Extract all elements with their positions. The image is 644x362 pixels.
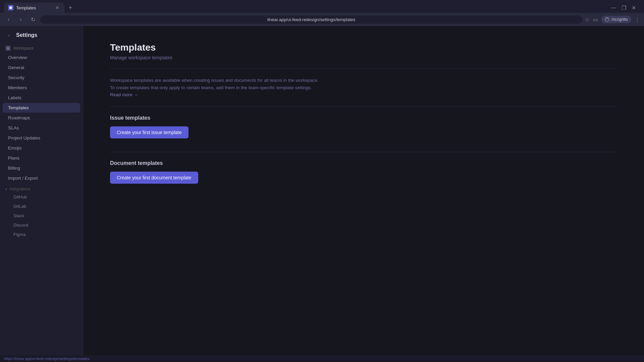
sidebar-header: ‹ Settings <box>0 26 83 43</box>
forward-button[interactable]: › <box>16 15 25 24</box>
address-bar-row: ‹ › ↻ ☆ ▭ Incognito ⋮ <box>0 13 644 26</box>
workspace-section: Workspace Overview General Security Memb… <box>0 43 83 183</box>
sidebar-item-billing[interactable]: Billing <box>3 163 80 173</box>
active-tab[interactable]: Templates ✕ <box>4 3 64 13</box>
close-icon[interactable]: ✕ <box>632 5 636 11</box>
sidebar-item-members[interactable]: Members <box>3 83 80 93</box>
sidebar: ‹ Settings Workspace Overview General Se… <box>0 26 83 355</box>
tab-title: Templates <box>16 5 36 10</box>
sidebar-back-button[interactable]: ‹ <box>5 32 13 39</box>
svg-rect-3 <box>7 48 9 49</box>
minimize-icon[interactable]: — <box>611 5 616 11</box>
sidebar-item-slas[interactable]: SLAs <box>3 123 80 133</box>
workspace-label: Workspace <box>13 46 34 51</box>
sidebar-icon[interactable]: ▭ <box>593 16 598 23</box>
integrations-section: ▾ Integrations GitHub GitLab Slack Disco… <box>0 185 83 239</box>
incognito-label: Incognito <box>611 17 628 22</box>
sidebar-item-github[interactable]: GitHub <box>3 192 80 201</box>
document-templates-section: Document templates Create your first doc… <box>110 160 617 184</box>
app-container: ‹ Settings Workspace Overview General Se… <box>0 26 644 355</box>
sidebar-item-slack[interactable]: Slack <box>3 211 80 220</box>
sidebar-item-labels[interactable]: Labels <box>3 93 80 103</box>
svg-point-1 <box>605 17 609 21</box>
integrations-label: Integrations <box>10 187 31 191</box>
read-more-link[interactable]: Read more → <box>110 91 138 99</box>
integrations-subsection[interactable]: ▾ Integrations <box>0 185 83 192</box>
tab-bar: Templates ✕ + — ❐ ✕ <box>0 0 644 13</box>
new-tab-button[interactable]: + <box>66 3 75 12</box>
sidebar-title: Settings <box>16 32 37 38</box>
restore-icon[interactable]: ❐ <box>622 5 626 11</box>
divider-top <box>110 68 617 69</box>
sidebar-item-figma[interactable]: Figma <box>3 230 80 239</box>
sidebar-item-gitlab[interactable]: GitLab <box>3 202 80 211</box>
sidebar-item-import-export[interactable]: Import / Export <box>3 173 80 183</box>
status-bar: https://linear.app/ui-feed-redesign/sett… <box>0 355 644 362</box>
status-url: https://linear.app/ui-feed-redesign/sett… <box>4 357 90 361</box>
main-content: Templates Manage workspace templates Wor… <box>83 26 644 355</box>
sidebar-item-templates[interactable]: Templates <box>3 103 80 113</box>
reload-button[interactable]: ↻ <box>28 15 38 24</box>
sidebar-item-plans[interactable]: Plans <box>3 153 80 163</box>
divider-issue <box>110 107 617 107</box>
svg-point-0 <box>9 6 12 9</box>
browser-chrome: Templates ✕ + — ❐ ✕ ‹ › ↻ ☆ ▭ Incognito … <box>0 0 644 26</box>
issue-templates-section: Issue templates Create your first issue … <box>110 115 617 138</box>
back-button[interactable]: ‹ <box>4 15 13 24</box>
info-line2: To create templates that only apply to c… <box>110 85 312 90</box>
menu-icon[interactable]: ⋮ <box>635 16 640 23</box>
incognito-button[interactable]: Incognito <box>601 16 631 23</box>
document-templates-heading: Document templates <box>110 160 617 166</box>
tab-favicon <box>8 5 13 10</box>
sidebar-item-overview[interactable]: Overview <box>3 53 80 62</box>
create-document-template-button[interactable]: Create your first document template <box>110 172 198 184</box>
sidebar-item-discord[interactable]: Discord <box>3 221 80 230</box>
address-input[interactable] <box>40 15 582 24</box>
workspace-section-label: Workspace <box>0 43 83 52</box>
create-issue-template-button[interactable]: Create your first issue template <box>110 126 189 138</box>
sidebar-item-general[interactable]: General <box>3 63 80 72</box>
divider-document <box>110 152 617 152</box>
sidebar-item-security[interactable]: Security <box>3 73 80 82</box>
tab-close-button[interactable]: ✕ <box>54 5 60 11</box>
sidebar-item-emojis[interactable]: Emojis <box>3 143 80 153</box>
issue-templates-heading: Issue templates <box>110 115 617 121</box>
info-line1: Workspace templates are available when c… <box>110 78 319 83</box>
window-controls: — ❐ ✕ <box>611 5 640 11</box>
chevron-down-icon: ▾ <box>5 187 7 191</box>
sidebar-item-roadmaps[interactable]: Roadmaps <box>3 113 80 123</box>
page-subtitle: Manage workspace templates <box>110 55 617 60</box>
sidebar-item-project-updates[interactable]: Project Updates <box>3 133 80 143</box>
toolbar-icons: ☆ ▭ Incognito ⋮ <box>585 16 640 23</box>
bookmark-icon[interactable]: ☆ <box>585 16 590 23</box>
info-text: Workspace templates are available when c… <box>110 77 352 99</box>
workspace-icon <box>5 46 11 51</box>
page-title: Templates <box>110 42 617 53</box>
